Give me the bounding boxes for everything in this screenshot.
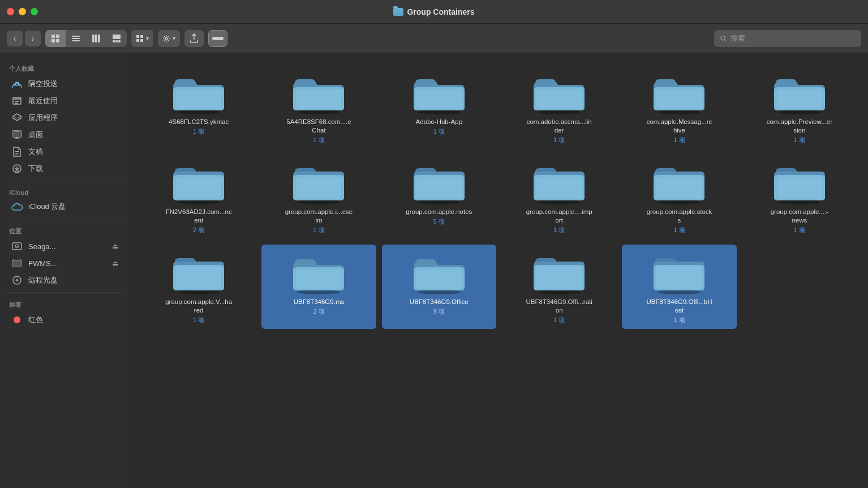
file-item[interactable]: 5A4RE8SF68.com....eChat1 项 [261,65,376,149]
svg-rect-14 [136,35,139,38]
file-count: 5 项 [433,217,445,226]
folder-icon [531,159,587,204]
sidebar-item-airdrop[interactable]: 隔空投送 [2,75,127,92]
file-item[interactable]: UBF8T346G9.Office9 项 [382,245,496,329]
fwms-icon [11,258,23,269]
eject-fwms-icon[interactable]: ⏏ [112,259,118,267]
search-bar[interactable] [714,30,861,47]
sidebar-label-fwms: FWMS... [28,259,57,268]
close-button[interactable] [7,8,14,15]
sidebar-item-apps[interactable]: 应用程序 [2,109,127,126]
file-grid: 4S68FLC2TS.ykmac1 项 5A4RE8SF68.com....eC… [141,65,857,329]
title-folder-icon [393,8,403,16]
sidebar-item-seagate[interactable]: Seaga... ⏏ [2,238,127,255]
file-item[interactable]: com.apple.Preview...ersion1 项 [742,65,857,149]
file-item[interactable]: FN2V63AD2J.com...ncent2 项 [141,155,256,239]
column-view-button[interactable] [86,30,106,47]
back-button[interactable]: ‹ [7,31,23,46]
folder-icon [771,159,828,204]
sidebar-label-seagate: Seaga... [28,242,55,251]
nav-buttons: ‹ › [7,31,41,46]
sidebar-label-apps: 应用程序 [28,113,58,123]
file-item[interactable]: com.adobe.accma...linder1 项 [502,65,616,149]
svg-rect-15 [140,35,143,38]
file-item[interactable]: UBF8T346G9.ms2 项 [261,245,376,329]
svg-rect-3 [56,39,59,42]
sidebar-item-fwms[interactable]: FWMS... ⏏ [2,255,127,272]
file-item[interactable]: group.com.apple.notes5 项 [382,155,496,239]
svg-rect-12 [115,40,118,42]
share-button[interactable] [184,30,204,47]
file-item[interactable]: UBF8T346G9.Offi...bHost1 项 [622,245,736,329]
view-buttons [45,30,127,47]
view-options-dropdown[interactable]: ▾ [131,30,153,47]
sidebar-item-desktop[interactable]: 桌面 [2,126,127,143]
forward-button[interactable]: › [25,31,41,46]
file-count: 1 项 [313,226,324,234]
file-item[interactable]: group.com.apple.stocks1 项 [622,155,736,239]
file-name: group.com.apple.stocks [645,208,713,225]
folder-icon [651,159,707,204]
svg-point-49 [297,200,340,204]
sidebar-label-downloads: 下载 [28,164,43,174]
file-item[interactable]: UBF8T346G9.Offi...ration1 项 [502,245,616,329]
divider-1 [6,181,124,181]
tag-button[interactable] [208,30,227,47]
list-view-button[interactable] [66,30,86,47]
svg-point-57 [538,290,581,294]
folder-icon [411,249,467,294]
sidebar-item-downloads[interactable]: 下载 [2,160,127,177]
minimize-button[interactable] [19,8,26,15]
seagate-icon [11,241,23,252]
title-bar-content: Group Containers [393,7,474,16]
file-count: 1 项 [193,316,204,324]
search-input[interactable] [731,34,856,42]
svg-point-56 [418,290,461,294]
file-name: 4S68FLC2TS.ykmac [169,118,229,126]
file-name: group.com.apple.V...hared [165,298,233,315]
file-count: 1 项 [553,136,565,144]
settings-dropdown[interactable]: ▾ [158,30,180,47]
svg-rect-19 [212,37,224,40]
folder-icon [290,159,347,204]
file-item[interactable]: group.com.apple.V...hared1 项 [141,245,256,329]
divider-2 [6,219,124,219]
file-name: group.com.apple....-news [766,208,833,225]
svg-point-40 [16,280,18,281]
eject-seagate-icon[interactable]: ⏏ [112,242,118,250]
desktop-icon [11,129,23,140]
svg-rect-25 [15,103,18,104]
icon-view-button[interactable] [45,30,66,47]
file-item[interactable]: group.com.apple....import1 项 [502,155,616,239]
file-count: 9 项 [433,307,445,316]
file-item[interactable]: com.apple.Messag...rchive1 项 [622,65,736,149]
svg-rect-29 [15,151,19,152]
file-item[interactable]: Adobe-Hub-App1 项 [382,65,496,149]
sidebar-item-recents[interactable]: 最近使用 [2,92,127,109]
toolbar: ‹ › [0,24,868,53]
sidebar-item-icloud[interactable]: iCloud 云盘 [2,198,127,215]
sidebar-item-remote-disc[interactable]: 远程光盘 [2,272,127,289]
file-name: com.apple.Messag...rchive [645,118,713,135]
file-item[interactable]: group.com.apple....-news1 项 [742,155,857,239]
gallery-view-button[interactable] [106,30,127,47]
sidebar-label-desktop: 桌面 [28,130,43,140]
svg-point-54 [177,290,220,294]
file-item[interactable]: group.com.apple.i...eseim1 项 [261,155,376,239]
svg-rect-11 [113,40,115,42]
file-name: UBF8T346G9.ms [294,298,344,306]
svg-rect-9 [98,35,100,42]
icloud-icon [11,201,23,212]
sidebar-item-tag-red[interactable]: 红色 [2,311,127,328]
folder-icon [170,249,227,294]
file-name: com.adobe.accma...linder [525,118,593,135]
svg-point-58 [658,290,701,294]
maximize-button[interactable] [31,8,38,15]
file-item[interactable]: 4S68FLC2TS.ykmac1 项 [141,65,256,149]
sidebar-section-favorites: 个人收藏 [0,60,130,75]
sidebar-item-docs[interactable]: 文稿 [2,143,127,160]
svg-rect-6 [72,40,80,41]
sidebar: 个人收藏 隔空投送 最近使用 [0,53,130,488]
folder-icon [170,69,227,114]
svg-point-51 [538,200,581,204]
